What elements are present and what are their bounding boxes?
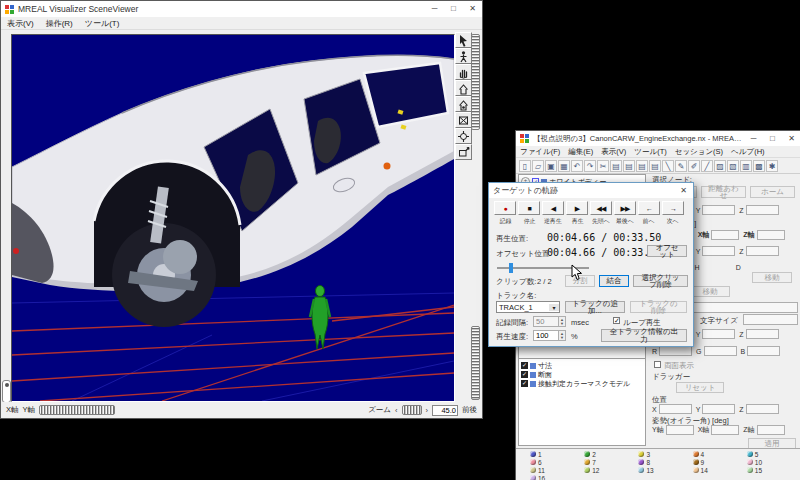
window-control-button[interactable]: ✕ bbox=[463, 1, 482, 17]
redo-icon[interactable]: ↷ bbox=[584, 160, 596, 172]
checkbox-dark-icon[interactable]: ✓ bbox=[521, 371, 528, 378]
pan-hand-icon[interactable] bbox=[455, 64, 472, 80]
speed-spinner[interactable]: ▲▼ bbox=[559, 330, 566, 341]
close-icon[interactable]: ✕ bbox=[674, 183, 693, 198]
record-button[interactable]: ● bbox=[494, 201, 516, 215]
dolly-thumbwheel[interactable] bbox=[471, 326, 480, 400]
rotate-thumbwheel[interactable] bbox=[471, 34, 480, 130]
new-icon[interactable]: ▯ bbox=[519, 160, 531, 172]
panel-icon[interactable]: ▤ bbox=[623, 160, 635, 172]
play-speed-field[interactable] bbox=[533, 330, 559, 341]
seek-icon[interactable] bbox=[455, 128, 472, 144]
dialog-titlebar[interactable]: ターゲットの軌跡 ✕ bbox=[489, 183, 693, 198]
menu-item[interactable]: 表示(V) bbox=[597, 147, 630, 157]
grid-icon[interactable]: ▩ bbox=[753, 160, 765, 172]
viewport-3d[interactable] bbox=[11, 34, 455, 402]
value-field[interactable] bbox=[757, 425, 785, 435]
value-field[interactable] bbox=[757, 230, 785, 240]
value-field[interactable] bbox=[711, 425, 739, 435]
menu-item[interactable]: ツール(T) bbox=[630, 147, 670, 157]
rotx-thumbwheel[interactable] bbox=[39, 405, 115, 415]
zoom-value-field[interactable] bbox=[432, 405, 458, 416]
chevron-down-icon[interactable]: ▾ bbox=[549, 304, 559, 311]
offset-button[interactable]: オフセット bbox=[647, 245, 687, 257]
menu-item[interactable]: 表示(V) bbox=[1, 17, 40, 30]
panel-icon[interactable]: ▤ bbox=[610, 160, 622, 172]
menu-item[interactable]: ファイル(F) bbox=[516, 147, 564, 157]
mini-slider[interactable] bbox=[2, 380, 11, 403]
value-field[interactable] bbox=[711, 230, 739, 240]
value-field[interactable] bbox=[702, 205, 735, 215]
window-control-button[interactable]: ─ bbox=[425, 1, 444, 17]
play-button[interactable]: ▶ bbox=[566, 201, 588, 215]
window-control-button[interactable]: □ bbox=[763, 131, 782, 146]
font-size-field[interactable] bbox=[743, 314, 798, 325]
window-control-button[interactable]: □ bbox=[444, 1, 463, 17]
panel-icon[interactable]: ▤ bbox=[649, 160, 661, 172]
stroke-icon[interactable]: ╱ bbox=[701, 160, 713, 172]
next-button[interactable]: → bbox=[662, 201, 684, 215]
value-field[interactable] bbox=[746, 404, 779, 414]
open-icon[interactable]: ▱ bbox=[532, 160, 544, 172]
value-field[interactable] bbox=[702, 246, 735, 256]
add-track-button[interactable]: トラックの追加... bbox=[565, 301, 625, 313]
reverse-play-button[interactable]: ◀ bbox=[542, 201, 564, 215]
prev-button[interactable]: ← bbox=[638, 201, 660, 215]
go-last-button[interactable]: ▶▶ bbox=[614, 201, 636, 215]
select-arrow-icon[interactable] bbox=[455, 32, 472, 48]
pen-icon[interactable]: ✎ bbox=[675, 160, 687, 172]
go-first-button[interactable]: ◀◀ bbox=[590, 201, 612, 215]
export-all-tracks-button[interactable]: 全トラック情報の出力 bbox=[601, 329, 687, 342]
hatch-icon[interactable]: ▨ bbox=[714, 160, 726, 172]
view-button[interactable]: 距離あわせ bbox=[701, 186, 746, 198]
walk-figure-icon[interactable] bbox=[455, 48, 472, 64]
value-field[interactable] bbox=[746, 205, 779, 215]
track-select[interactable]: TRACK_1 ▾ bbox=[496, 301, 560, 313]
zoom-thumbwheel[interactable] bbox=[402, 405, 422, 415]
value-field[interactable] bbox=[747, 346, 780, 356]
sceneviewer-titlebar[interactable]: MREAL Visualizer SceneViewer ─□✕ bbox=[1, 1, 482, 17]
cut-icon[interactable]: ✂ bbox=[597, 160, 609, 172]
reset-button[interactable]: リセット bbox=[676, 382, 724, 393]
value-field[interactable] bbox=[659, 346, 692, 356]
stop-button[interactable]: ■ bbox=[518, 201, 540, 215]
sceneserver-titlebar[interactable]: 【視点説明の3】CanonCARW_EngineExchange.nx - MR… bbox=[516, 131, 800, 146]
set-home-icon[interactable] bbox=[455, 96, 472, 112]
save-as-icon[interactable]: ▦ bbox=[558, 160, 570, 172]
zoom-increase-button[interactable]: › bbox=[426, 406, 429, 415]
checkbox-dark-icon[interactable]: ✓ bbox=[521, 380, 528, 387]
zoom-decrease-button[interactable]: ‹ bbox=[395, 406, 398, 415]
undo-icon[interactable]: ↶ bbox=[571, 160, 583, 172]
tree-item-label[interactable]: 接触判定カラーマスクモデル bbox=[538, 379, 630, 389]
value-field[interactable] bbox=[746, 329, 779, 339]
pencil-icon[interactable]: ✐ bbox=[688, 160, 700, 172]
save-icon[interactable]: ▣ bbox=[545, 160, 557, 172]
menu-item[interactable]: セッション(S) bbox=[671, 147, 727, 157]
move-button[interactable]: 移動 bbox=[690, 286, 730, 297]
two-sided-checkbox[interactable] bbox=[654, 361, 661, 368]
rows-icon[interactable]: ▥ bbox=[740, 160, 752, 172]
panel-icon[interactable]: ▤ bbox=[636, 160, 648, 172]
view-button[interactable]: ホーム bbox=[750, 186, 795, 198]
menu-item[interactable]: 編集(E) bbox=[564, 147, 597, 157]
window-control-button[interactable]: ✕ bbox=[782, 131, 800, 146]
delete-selected-clip-button[interactable]: 選択クリップ削除 bbox=[633, 275, 688, 287]
value-field[interactable] bbox=[702, 404, 735, 414]
settings-icon[interactable]: ✱ bbox=[766, 160, 778, 172]
tree-item[interactable]: ✓ 接触判定カラーマスクモデル bbox=[521, 379, 630, 388]
merge-clip-button[interactable]: 結合 bbox=[599, 275, 629, 287]
interval-spinner[interactable]: ▲▼ bbox=[559, 316, 566, 327]
move-button[interactable]: 移動 bbox=[752, 272, 792, 283]
menu-item[interactable]: 操作(R) bbox=[40, 17, 79, 30]
delete-track-button[interactable]: トラックの削除 bbox=[630, 301, 687, 313]
projection-icon[interactable] bbox=[455, 144, 472, 160]
menu-item[interactable]: ツール(T) bbox=[79, 17, 126, 30]
window-control-button[interactable]: ─ bbox=[744, 131, 763, 146]
slider-thumb[interactable] bbox=[509, 263, 513, 273]
record-interval-field[interactable] bbox=[533, 316, 559, 327]
view-all-icon[interactable] bbox=[455, 112, 472, 128]
value-field[interactable] bbox=[666, 425, 694, 435]
value-field[interactable] bbox=[704, 346, 737, 356]
value-field[interactable] bbox=[746, 246, 779, 256]
home-icon[interactable] bbox=[455, 80, 472, 96]
